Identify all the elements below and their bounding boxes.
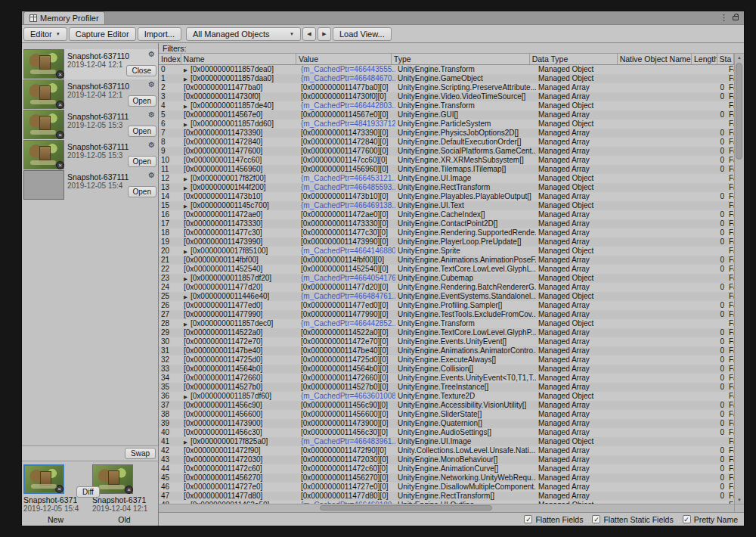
column-header-length[interactable]: Length <box>692 54 717 64</box>
table-row[interactable]: 40[0x0000000011456c30][0x0000000011456c3… <box>159 428 734 437</box>
column-header-type[interactable]: Type <box>392 54 530 64</box>
foldout-icon[interactable]: ▶ <box>184 293 191 301</box>
table-row[interactable]: 24[0x0000000011477d20][0x0000000011477d2… <box>159 283 734 292</box>
cell-value[interactable]: {m_CachedPtr=466484670...} <box>299 74 395 83</box>
table-row[interactable]: 25▶[0x0000000011446e40]{m_CachedPtr=4664… <box>159 292 734 301</box>
gear-icon[interactable]: ⚙ <box>148 171 155 179</box>
cell-value[interactable]: {m_CachedPtr=466442803...} <box>299 101 395 110</box>
table-row[interactable]: 46[0x00000000114727e0][0x00000000114727e… <box>159 483 734 492</box>
column-header-index[interactable]: Index <box>159 54 181 64</box>
snapshot-item[interactable]: Snapshot-6371112019-12-05 15:4⚙Open <box>22 170 158 200</box>
gear-icon[interactable]: ⚙ <box>148 141 155 149</box>
horizontal-scroll-thumb[interactable] <box>320 505 492 511</box>
close-icon[interactable]: × <box>56 70 64 79</box>
foldout-icon[interactable]: ▶ <box>184 202 191 210</box>
table-row[interactable]: 47[0x0000000011477d80][0x0000000011477d8… <box>159 492 734 501</box>
load-view-button[interactable]: Load View... <box>333 27 392 41</box>
foldout-icon[interactable]: ▶ <box>184 175 191 183</box>
cell-value[interactable]: {m_CachedPtr=466442852...} <box>299 319 395 328</box>
scroll-down-icon[interactable]: ▼ <box>737 496 742 504</box>
cell-value[interactable]: {m_CachedPtr=4664146880} <box>299 247 395 256</box>
table-row[interactable]: 7[0x0000000011473390][0x0000000011473390… <box>159 129 734 138</box>
snapshot-thumbnail[interactable]: × <box>23 110 64 139</box>
snapshot-thumbnail[interactable]: × <box>23 49 64 79</box>
table-row[interactable]: 39[0x0000000011473900][0x000000001147390… <box>159 419 734 428</box>
cell-value[interactable]: {m_CachedPtr=4664054176} <box>299 274 395 283</box>
table-row[interactable]: 11[0x0000000011456960][0x000000001145696… <box>159 165 734 174</box>
snapshot-item[interactable]: ×Snapshot-6371102019-12-04 12:1⚙Open <box>22 79 158 110</box>
table-row[interactable]: 4▶[0x0000000011857de40]{m_CachedPtr=4664… <box>159 101 734 110</box>
table-row[interactable]: 36▶[0x0000000011857df60]{m_CachedPtr=466… <box>159 392 734 401</box>
table-row[interactable]: 33[0x00000000114564b0][0x00000000114564b… <box>159 365 734 374</box>
cell-value[interactable]: {m_CachedPtr=4841933712} <box>299 120 395 129</box>
foldout-icon[interactable]: ▶ <box>184 320 191 328</box>
vertical-scroll-thumb[interactable] <box>736 63 742 160</box>
kebab-menu-icon[interactable]: ⋮ <box>720 14 728 22</box>
checkbox-flatten-static-fields[interactable]: ✓Flatten Static Fields <box>592 515 673 524</box>
view-mode-dropdown[interactable]: All Managed Objects ▼ <box>186 27 301 41</box>
table-row[interactable]: 13▶[0x000000001f44f200]{m_CachedPtr=4664… <box>159 183 734 192</box>
column-header-native-object-name[interactable]: Native Object Name <box>618 54 692 64</box>
table-row[interactable]: 3[0x00000000114730f0][0x00000000114730f0… <box>159 92 734 101</box>
filters-bar[interactable]: Filters: <box>159 43 744 54</box>
snapshot-thumbnail[interactable]: × <box>23 140 64 169</box>
table-row[interactable]: 5[0x00000000114567e0][0x00000000114567e0… <box>159 110 734 120</box>
cell-value[interactable]: {m_CachedPtr=466483961...} <box>299 437 395 446</box>
table-row[interactable]: 41▶[0x0000000017f825a0]{m_CachedPtr=4664… <box>159 437 734 446</box>
vertical-scroll-track[interactable] <box>735 61 744 496</box>
snapshot-item[interactable]: ×Snapshot-6371112019-12-05 15:3⚙Open <box>22 140 158 170</box>
table-row[interactable]: 20▶[0x0000000017f85100]{m_CachedPtr=4664… <box>159 247 734 256</box>
capture-editor-button[interactable]: Capture Editor <box>69 27 136 41</box>
table-row[interactable]: 8[0x0000000011472840][0x0000000011472840… <box>159 138 734 147</box>
import-button[interactable]: Import... <box>138 27 181 41</box>
table-row[interactable]: 26[0x0000000011477ed0][0x0000000011477ed… <box>159 301 734 310</box>
cell-value[interactable]: {m_CachedPtr=466453121...} <box>299 174 395 183</box>
editor-dropdown[interactable]: Editor ▼ <box>23 27 67 41</box>
scroll-up-icon[interactable]: ▲ <box>737 54 742 61</box>
table-row[interactable]: 45[0x0000000011456270][0x000000001145627… <box>159 473 734 483</box>
snapshot-action-button[interactable]: Open <box>128 186 156 197</box>
table-row[interactable]: 35[0x00000000114527b0][0x00000000114527b… <box>159 383 734 392</box>
foldout-icon[interactable]: ▶ <box>184 275 191 283</box>
cell-value[interactable]: {m_CachedPtr=466469138...} <box>299 201 395 210</box>
foldout-icon[interactable]: ▶ <box>184 75 191 83</box>
foldout-icon[interactable]: ▶ <box>184 102 191 110</box>
swap-button[interactable]: Swap <box>125 448 156 459</box>
table-row[interactable]: 27[0x0000000011477990][0x000000001147799… <box>159 310 734 319</box>
tab-memory-profiler[interactable]: Memory Profiler <box>23 11 105 24</box>
vertical-scrollbar[interactable]: ▲ ▼ <box>734 54 744 504</box>
table-row[interactable]: 15▶[0x000000001145c700]{m_CachedPtr=4664… <box>159 201 734 210</box>
table-row[interactable]: 38[0x0000000011456600][0x000000001145660… <box>159 410 734 419</box>
table-row[interactable]: 1▶[0x0000000011857daa0]{m_CachedPtr=4664… <box>159 74 734 83</box>
table-row[interactable]: 34[0x0000000011472660][0x000000001147266… <box>159 374 734 383</box>
table-row[interactable]: 22[0x0000000011452540][0x000000001145254… <box>159 265 734 274</box>
gear-icon[interactable]: ⚙ <box>148 50 155 58</box>
table-row[interactable]: 9[0x0000000011477600][0x0000000011477600… <box>159 147 734 156</box>
cell-value[interactable]: {m_CachedPtr=466443555...} <box>299 65 395 74</box>
table-row[interactable]: 32[0x00000000114725d0][0x00000000114725d… <box>159 355 734 365</box>
table-row[interactable]: 10[0x000000001147cc60][0x000000001147cc6… <box>159 156 734 165</box>
table-row[interactable]: 16[0x0000000011472ae0][0x0000000011472ae… <box>159 210 734 219</box>
foldout-icon[interactable]: ▶ <box>184 184 191 192</box>
snapshot-thumbnail-new[interactable]: × <box>23 464 64 494</box>
close-icon[interactable]: × <box>56 161 64 169</box>
snapshot-thumbnail[interactable]: × <box>23 79 64 109</box>
table-row[interactable]: 30[0x0000000011472e70][0x0000000011472e7… <box>159 337 734 346</box>
table-row[interactable]: 19[0x0000000011473990][0x000000001147399… <box>159 237 734 247</box>
foldout-icon[interactable]: ▶ <box>184 393 191 401</box>
snapshot-action-button[interactable]: Close <box>126 65 156 76</box>
snapshot-item[interactable]: ×Snapshot-6371102019-12-04 12:1⚙Close <box>22 49 158 79</box>
column-header-static[interactable]: Sta <box>717 54 734 64</box>
column-header-name[interactable]: Name <box>181 54 296 64</box>
table-row[interactable]: 14[0x0000000011473b10][0x0000000011473b1… <box>159 192 734 201</box>
history-forward-button[interactable]: ▶ <box>318 27 331 41</box>
checkbox-flatten-fields[interactable]: ✓Flatten Fields <box>524 515 583 524</box>
gear-icon[interactable]: ⚙ <box>148 80 155 88</box>
table-row[interactable]: 23▶[0x0000000011857df20]{m_CachedPtr=466… <box>159 274 734 283</box>
cell-value[interactable]: {m_CachedPtr=4663601008} <box>299 392 395 401</box>
table-row[interactable]: 0▶[0x0000000011857dea0]{m_CachedPtr=4664… <box>159 65 734 74</box>
history-back-button[interactable]: ◀ <box>302 27 316 41</box>
table-row[interactable]: 31[0x000000001147be40][0x000000001147be4… <box>159 346 734 355</box>
close-icon[interactable]: × <box>125 486 133 494</box>
cell-value[interactable]: {m_CachedPtr=466484761...} <box>299 292 395 301</box>
